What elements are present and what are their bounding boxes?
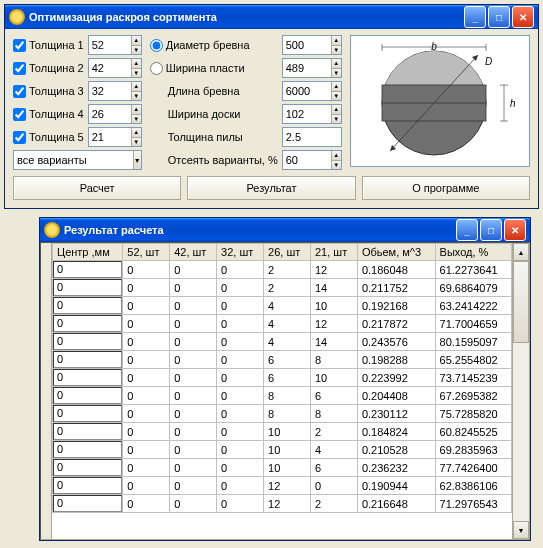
table-cell[interactable]: 0 <box>170 495 217 513</box>
vertical-scrollbar[interactable]: ▲ ▼ <box>512 243 529 539</box>
column-header[interactable]: Выход, % <box>435 244 511 261</box>
table-cell[interactable]: 6 <box>310 459 357 477</box>
table-cell[interactable]: 2 <box>264 261 311 279</box>
table-cell[interactable]: 0 <box>123 333 170 351</box>
table-cell[interactable]: 8 <box>264 405 311 423</box>
table-cell[interactable]: 0 <box>53 351 123 369</box>
table-cell[interactable]: 0 <box>217 297 264 315</box>
table-cell[interactable]: 67.2695382 <box>435 387 511 405</box>
table-cell[interactable]: 0 <box>53 441 123 459</box>
table-cell[interactable]: 0 <box>217 315 264 333</box>
table-cell[interactable]: 0 <box>123 423 170 441</box>
table-cell[interactable]: 4 <box>264 333 311 351</box>
table-cell[interactable]: 0 <box>53 423 123 441</box>
column-header[interactable]: 21, шт <box>310 244 357 261</box>
table-cell[interactable]: 8 <box>264 387 311 405</box>
thickness5-spin[interactable]: ▲▼ <box>88 127 142 147</box>
table-cell[interactable]: 0 <box>170 297 217 315</box>
table-cell[interactable]: 0.223992 <box>357 369 435 387</box>
table-cell[interactable]: 0 <box>170 441 217 459</box>
scrollbar-thumb[interactable] <box>513 261 529 343</box>
table-cell[interactable]: 0.190944 <box>357 477 435 495</box>
column-header[interactable]: 32, шт <box>217 244 264 261</box>
table-cell[interactable]: 0 <box>170 315 217 333</box>
table-cell[interactable]: 12 <box>264 495 311 513</box>
table-cell[interactable]: 10 <box>310 369 357 387</box>
table-cell[interactable]: 12 <box>310 261 357 279</box>
scroll-up-icon[interactable]: ▲ <box>513 243 529 261</box>
maximize-button[interactable]: □ <box>480 219 502 241</box>
table-cell[interactable]: 0.230112 <box>357 405 435 423</box>
table-cell[interactable]: 0 <box>170 459 217 477</box>
thickness4-spin[interactable]: ▲▼ <box>88 104 142 124</box>
table-cell[interactable]: 0 <box>53 297 123 315</box>
table-cell[interactable]: 0 <box>123 441 170 459</box>
table-cell[interactable]: 0 <box>217 369 264 387</box>
table-cell[interactable]: 0 <box>53 495 123 513</box>
table-cell[interactable]: 12 <box>264 477 311 495</box>
board-width-spin[interactable]: ▲▼ <box>282 104 342 124</box>
about-button[interactable]: О программе <box>362 176 530 200</box>
thickness2-check[interactable]: Толщина 2 <box>13 62 84 75</box>
close-button[interactable]: ✕ <box>512 6 534 28</box>
column-header[interactable]: 26, шт <box>264 244 311 261</box>
table-cell[interactable]: 12 <box>310 315 357 333</box>
column-header[interactable]: 42, шт <box>170 244 217 261</box>
table-cell[interactable]: 0 <box>310 477 357 495</box>
table-cell[interactable]: 4 <box>310 441 357 459</box>
table-cell[interactable]: 2 <box>264 279 311 297</box>
table-cell[interactable]: 0 <box>170 351 217 369</box>
table-cell[interactable]: 0 <box>53 333 123 351</box>
table-cell[interactable]: 0.243576 <box>357 333 435 351</box>
table-cell[interactable]: 8 <box>310 351 357 369</box>
table-cell[interactable]: 0 <box>217 459 264 477</box>
column-header[interactable]: 52, шт <box>123 244 170 261</box>
table-cell[interactable]: 77.7426400 <box>435 459 511 477</box>
table-cell[interactable]: 2 <box>310 495 357 513</box>
table-cell[interactable]: 0.204408 <box>357 387 435 405</box>
minimize-button[interactable]: _ <box>456 219 478 241</box>
table-cell[interactable]: 0 <box>53 261 123 279</box>
table-cell[interactable]: 0.217872 <box>357 315 435 333</box>
table-cell[interactable]: 0 <box>170 333 217 351</box>
table-cell[interactable]: 75.7285820 <box>435 405 511 423</box>
diameter-spin[interactable]: ▲▼ <box>282 35 342 55</box>
table-cell[interactable]: 0 <box>123 315 170 333</box>
table-cell[interactable]: 0 <box>170 369 217 387</box>
table-cell[interactable]: 65.2554802 <box>435 351 511 369</box>
table-cell[interactable]: 0 <box>53 279 123 297</box>
table-cell[interactable]: 10 <box>264 441 311 459</box>
variants-combo[interactable]: все варианты ▼ <box>13 150 142 170</box>
saw-input[interactable] <box>282 127 342 147</box>
table-cell[interactable]: 14 <box>310 333 357 351</box>
maximize-button[interactable]: □ <box>488 6 510 28</box>
table-cell[interactable]: 63.2414222 <box>435 297 511 315</box>
thickness4-check[interactable]: Толщина 4 <box>13 108 84 121</box>
table-cell[interactable]: 2 <box>310 423 357 441</box>
table-cell[interactable]: 0.184824 <box>357 423 435 441</box>
table-cell[interactable]: 0 <box>123 387 170 405</box>
table-cell[interactable]: 71.7004659 <box>435 315 511 333</box>
thickness2-spin[interactable]: ▲▼ <box>88 58 142 78</box>
length-spin[interactable]: ▲▼ <box>282 81 342 101</box>
table-cell[interactable]: 0.236232 <box>357 459 435 477</box>
table-cell[interactable]: 0 <box>53 477 123 495</box>
table-cell[interactable]: 0 <box>217 387 264 405</box>
spin-up-icon[interactable]: ▲ <box>131 36 141 45</box>
table-cell[interactable]: 0 <box>217 333 264 351</box>
table-cell[interactable]: 0 <box>170 477 217 495</box>
table-cell[interactable]: 0 <box>217 261 264 279</box>
table-cell[interactable]: 0 <box>217 279 264 297</box>
table-cell[interactable]: 0.198288 <box>357 351 435 369</box>
table-cell[interactable]: 0 <box>217 351 264 369</box>
table-cell[interactable]: 60.8245525 <box>435 423 511 441</box>
minimize-button[interactable]: _ <box>464 6 486 28</box>
table-cell[interactable]: 0.210528 <box>357 441 435 459</box>
table-cell[interactable]: 0 <box>170 387 217 405</box>
column-header[interactable]: Центр ,мм <box>53 244 123 261</box>
table-cell[interactable]: 0 <box>217 477 264 495</box>
table-cell[interactable]: 6 <box>310 387 357 405</box>
table-cell[interactable]: 0 <box>53 315 123 333</box>
table-cell[interactable]: 0 <box>123 459 170 477</box>
table-cell[interactable]: 0 <box>123 495 170 513</box>
